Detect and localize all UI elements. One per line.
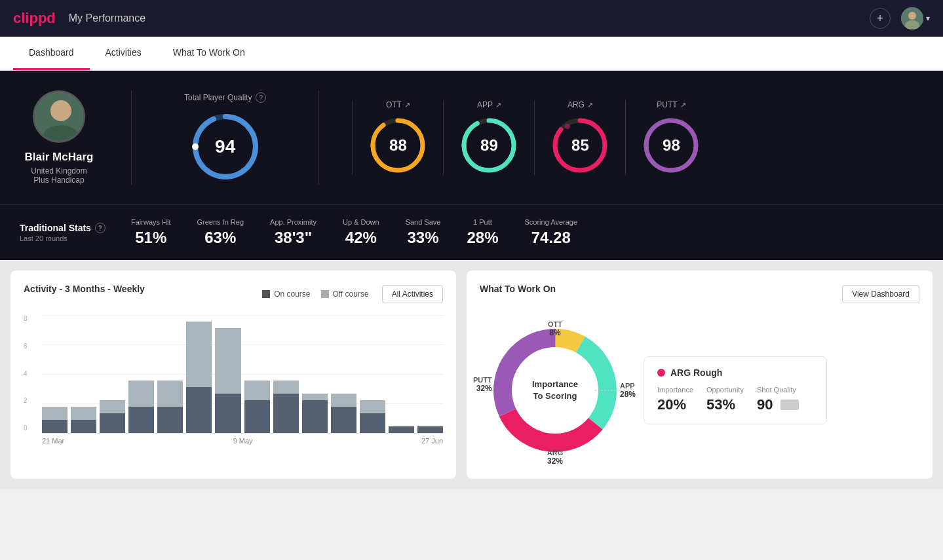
all-activities-button[interactable]: All Activities <box>382 285 443 303</box>
logo-text: clippd <box>13 10 56 27</box>
ott-circle: 88 <box>368 116 427 175</box>
legend-on-course-dot <box>262 290 270 298</box>
bar-off <box>215 328 241 394</box>
total-score-value: 94 <box>215 136 235 157</box>
wtwo-card: ARG Rough Importance 20% Opportunity 53%… <box>644 356 827 424</box>
add-button[interactable]: + <box>870 8 891 29</box>
wtwo-header: What To Work On View Dashboard <box>480 284 919 305</box>
chart-legend: On course Off course <box>262 289 369 299</box>
legend-on-course: On course <box>262 289 310 299</box>
donut-chart-container: ImportanceTo Scoring OTT 8% APP 28% ARG … <box>480 315 630 466</box>
app-donut-label: APP 28% <box>620 382 636 399</box>
ott-value: 88 <box>389 136 407 155</box>
ott-label: OTT ↗ <box>386 100 410 109</box>
bar-on <box>273 394 299 433</box>
bar-group-11 <box>360 315 385 433</box>
bar-group-13 <box>417 315 443 433</box>
bar-off <box>244 381 270 400</box>
stat-oneputt: 1 Putt 28% <box>467 218 498 247</box>
tab-dashboard[interactable]: Dashboard <box>13 37 90 70</box>
bar-group-12 <box>389 315 414 433</box>
putt-score-card: PUTT ↗ 98 <box>625 100 716 175</box>
bar-off <box>302 394 328 400</box>
chart-container: 8 6 4 2 0 21 Mar 9 May 27 Jun <box>24 315 443 445</box>
bar-off <box>42 407 67 420</box>
bar-on <box>100 413 125 433</box>
stat-gir: Greens In Reg 63% <box>197 218 244 247</box>
opportunity-value: 53% <box>706 396 744 413</box>
app-value: 89 <box>480 136 498 155</box>
bar-off <box>273 381 299 394</box>
stat-sandsave: Sand Save 33% <box>406 218 441 247</box>
y-axis: 8 6 4 2 0 <box>24 315 28 433</box>
bar-off <box>100 400 125 413</box>
stats-label: Traditional Stats ? <box>20 223 111 233</box>
header-left: clippd My Performance <box>13 10 145 27</box>
bar-group-2 <box>100 315 125 433</box>
stats-help-icon[interactable]: ? <box>95 223 106 233</box>
ott-arrow: ↗ <box>404 101 410 109</box>
app-label: APP ↗ <box>477 100 501 109</box>
tab-activities[interactable]: Activities <box>90 37 157 70</box>
putt-circle: 98 <box>642 116 701 175</box>
putt-value: 98 <box>663 136 680 155</box>
bar-on <box>360 413 385 433</box>
wtwo-col-importance: Importance 20% <box>657 386 693 413</box>
putt-label: PUTT ↗ <box>657 100 685 109</box>
wtwo-title: What To Work On <box>480 284 556 294</box>
ott-donut-label: OTT 8% <box>548 320 562 337</box>
bar-on <box>186 387 212 433</box>
player-info: Blair McHarg United Kingdom Plus Handica… <box>20 90 98 185</box>
putt-donut-label: PUTT 32% <box>473 376 492 393</box>
wtwo-content: ImportanceTo Scoring OTT 8% APP 28% ARG … <box>480 315 919 466</box>
bar-on <box>417 426 443 433</box>
bar-off <box>157 381 183 407</box>
bar-group-4 <box>157 315 183 433</box>
header-title: My Performance <box>69 12 145 24</box>
arg-value: 85 <box>571 136 589 155</box>
total-quality-section: Total Player Quality ? 94 <box>164 92 286 183</box>
app-score-card: APP ↗ 89 <box>443 100 534 175</box>
stats-sublabel: Last 20 rounds <box>20 234 111 242</box>
quality-help-icon[interactable]: ? <box>256 92 266 103</box>
arg-donut-label: ARG 32% <box>547 449 563 466</box>
bar-group-6 <box>215 315 241 433</box>
hero-section: Blair McHarg United Kingdom Plus Handica… <box>0 71 943 204</box>
bar-on <box>244 400 270 433</box>
view-dashboard-button[interactable]: View Dashboard <box>842 285 919 303</box>
stat-fairways: Fairways Hit 51% <box>131 218 171 247</box>
importance-value: 20% <box>657 396 693 413</box>
donut-center-label: ImportanceTo Scoring <box>532 379 578 402</box>
putt-arrow: ↗ <box>680 101 686 109</box>
wtwo-col-opportunity: Opportunity 53% <box>706 386 744 413</box>
arg-label: ARG ↗ <box>568 100 593 109</box>
bar-on <box>71 420 96 433</box>
shot-quality-bar <box>780 400 799 410</box>
stat-proximity: App. Proximity 38'3" <box>270 218 317 247</box>
bar-off <box>331 394 356 407</box>
avatar <box>901 7 923 29</box>
bar-group-7 <box>244 315 270 433</box>
score-cards: OTT ↗ 88 APP ↗ <box>352 100 923 175</box>
bar-on <box>302 400 328 433</box>
svg-point-4 <box>50 100 71 121</box>
app-circle: 89 <box>459 116 518 175</box>
bar-group-1 <box>71 315 96 433</box>
player-name: Blair McHarg <box>25 151 94 164</box>
bar-group-0 <box>42 315 67 433</box>
bar-group-10 <box>331 315 356 433</box>
user-menu-button[interactable]: ▾ <box>901 7 930 29</box>
arg-score-card: ARG ↗ 85 <box>534 100 625 175</box>
bar-group-3 <box>128 315 154 433</box>
bar-group-9 <box>302 315 328 433</box>
chart-header: Activity - 3 Months - Weekly On course O… <box>24 284 443 305</box>
tab-what-to-work-on[interactable]: What To Work On <box>157 37 261 70</box>
what-to-work-on-panel: What To Work On View Dashboard <box>467 271 933 479</box>
quality-label: Total Player Quality ? <box>184 92 266 103</box>
player-handicap: Plus Handicap <box>33 176 84 185</box>
arg-arrow: ↗ <box>587 101 593 109</box>
app-arrow: ↗ <box>495 101 501 109</box>
bar-off <box>360 400 385 413</box>
bar-on <box>215 394 241 433</box>
legend-off-course: Off course <box>321 289 369 299</box>
